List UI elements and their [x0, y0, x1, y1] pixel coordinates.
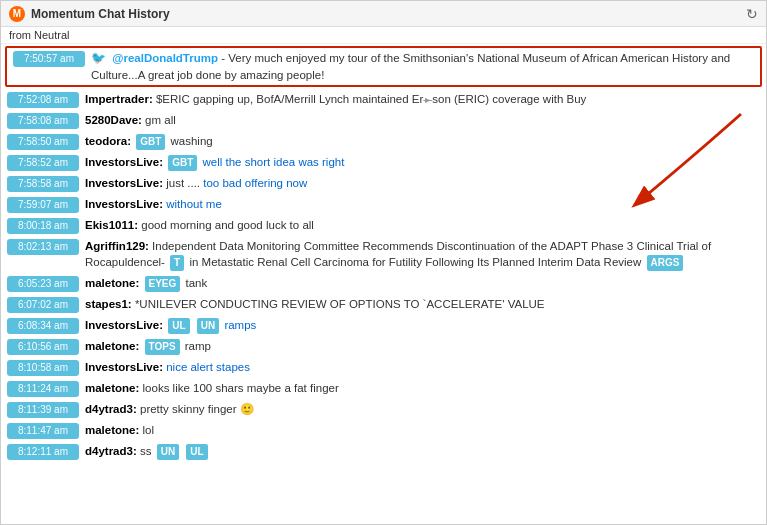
timestamp: 6:08:34 am [7, 318, 79, 334]
message-content: d4ytrad3: ss UN UL [85, 443, 760, 460]
chat-row: 8:00:18 am Ekis1011: good morning and go… [1, 215, 766, 236]
timestamp: 7:58:08 am [7, 113, 79, 129]
chat-row: 8:11:24 am maletone: looks like 100 shar… [1, 378, 766, 399]
title-bar: M Momentum Chat History ↻ [1, 1, 766, 27]
message-content: d4ytrad3: pretty skinny finger 🙂 [85, 401, 760, 417]
message-content: InvestorsLive: nice alert stapes [85, 359, 760, 375]
sender: teodora: [85, 135, 131, 147]
from-neutral-label: from Neutral [1, 27, 766, 44]
message-content: maletone: lol [85, 422, 760, 438]
message-text: tank [186, 277, 208, 289]
title-bar-left: M Momentum Chat History [9, 6, 170, 22]
chat-row: 7:58:08 am 5280Dave: gm all [1, 110, 766, 131]
twitter-handle: @realDonaldTrump [112, 52, 218, 64]
ticker-tag: ARGS [647, 255, 684, 271]
timestamp: 8:11:39 am [7, 402, 79, 418]
app-window: M Momentum Chat History ↻ from Neutral 7… [0, 0, 767, 525]
timestamp: 8:11:24 am [7, 381, 79, 397]
timestamp: 8:10:58 am [7, 360, 79, 376]
message-content: InvestorsLive: just .... too bad offerin… [85, 175, 760, 191]
message-content: teodora: GBT washing [85, 133, 760, 150]
chat-row: 7:58:50 am teodora: GBT washing [1, 131, 766, 152]
message-content: 5280Dave: gm all [85, 112, 760, 128]
timestamp: 7:50:57 am [13, 51, 85, 67]
refresh-icon[interactable]: ↻ [746, 6, 758, 22]
app-icon: M [9, 6, 25, 22]
message-text: washing [171, 135, 213, 147]
sender: InvestorsLive: [85, 319, 163, 331]
chat-area: 7:50:57 am 🐦 @realDonaldTrump - Very muc… [1, 44, 766, 524]
message-content: Ekis1011: good morning and good luck to … [85, 217, 760, 233]
sender: maletone: [85, 382, 139, 394]
timestamp: 8:02:13 am [7, 239, 79, 255]
chat-row: 6:08:34 am InvestorsLive: UL UN ramps [1, 315, 766, 336]
message-text: *UNILEVER CONDUCTING REVIEW OF OPTIONS T… [135, 298, 545, 310]
message-link[interactable]: too bad offering now [203, 177, 307, 189]
ticker-tag: UL [168, 318, 189, 334]
ticker-tag: UL [186, 444, 207, 460]
sender: InvestorsLive: [85, 361, 163, 373]
message-link[interactable]: without me [166, 198, 222, 210]
sender: InvestorsLive: [85, 177, 163, 189]
timestamp: 8:12:11 am [7, 444, 79, 460]
timestamp: 7:58:50 am [7, 134, 79, 150]
chat-container[interactable]: 7:50:57 am 🐦 @realDonaldTrump - Very muc… [1, 44, 766, 524]
sender: maletone: [85, 424, 139, 436]
chat-row: 7:52:08 am Impertrader: $ERIC gapping up… [1, 89, 766, 110]
sender: 5280Dave: [85, 114, 142, 126]
timestamp: 6:05:23 am [7, 276, 79, 292]
timestamp: 8:11:47 am [7, 423, 79, 439]
message-content: InvestorsLive: without me [85, 196, 760, 212]
window-title: Momentum Chat History [31, 7, 170, 21]
timestamp: 8:00:18 am [7, 218, 79, 234]
message-content: Agriffin129: Independent Data Monitoring… [85, 238, 760, 271]
message-text: ss [140, 445, 155, 457]
sender: stapes1: [85, 298, 132, 310]
ticker-tag: GBT [168, 155, 197, 171]
sender: Impertrader: [85, 93, 153, 105]
chat-row: 6:07:02 am stapes1: *UNILEVER CONDUCTING… [1, 294, 766, 315]
message-text: just .... [166, 177, 203, 189]
chat-row: 8:12:11 am d4ytrad3: ss UN UL [1, 441, 766, 462]
message-content: maletone: EYEG tank [85, 275, 760, 292]
message-text: looks like 100 shars maybe a fat finger [143, 382, 339, 394]
chat-row: 6:10:56 am maletone: TOPS ramp [1, 336, 766, 357]
message-link[interactable]: ramps [224, 319, 256, 331]
sender: maletone: [85, 277, 139, 289]
chat-row: 7:59:07 am InvestorsLive: without me [1, 194, 766, 215]
message-text: good morning and good luck to all [141, 219, 314, 231]
chat-row: 8:11:47 am maletone: lol [1, 420, 766, 441]
message-text: $ERIC gapping up, BofA/Merrill Lynch mai… [156, 93, 586, 105]
chat-row: 8:11:39 am d4ytrad3: pretty skinny finge… [1, 399, 766, 420]
chat-row: 7:58:58 am InvestorsLive: just .... too … [1, 173, 766, 194]
timestamp: 7:52:08 am [7, 92, 79, 108]
ticker-tag: TOPS [145, 339, 180, 355]
message-content: 🐦 @realDonaldTrump - Very much enjoyed m… [91, 50, 754, 83]
message-text: pretty skinny finger [140, 403, 240, 415]
message-text: ramp [185, 340, 211, 352]
message-content: InvestorsLive: GBT well the short idea w… [85, 154, 760, 171]
message-content: Impertrader: $ERIC gapping up, BofA/Merr… [85, 91, 760, 107]
chat-row: 6:05:23 am maletone: EYEG tank [1, 273, 766, 294]
ticker-tag: UN [157, 444, 179, 460]
timestamp: 7:59:07 am [7, 197, 79, 213]
highlighted-message-wrapper: 7:50:57 am 🐦 @realDonaldTrump - Very muc… [5, 46, 762, 87]
ticker-tag: GBT [136, 134, 165, 150]
chat-row: 8:02:13 am Agriffin129: Independent Data… [1, 236, 766, 273]
message-content: maletone: TOPS ramp [85, 338, 760, 355]
smiley-icon: 🙂 [240, 403, 254, 415]
timestamp: 7:58:52 am [7, 155, 79, 171]
sender: InvestorsLive: [85, 198, 163, 210]
message-link[interactable]: well the short idea was right [203, 156, 345, 168]
timestamp: 6:07:02 am [7, 297, 79, 313]
sender: d4ytrad3: [85, 403, 137, 415]
sender: d4ytrad3: [85, 445, 137, 457]
sender: Agriffin129: [85, 240, 149, 252]
message-link[interactable]: nice alert stapes [166, 361, 250, 373]
chat-row: 7:50:57 am 🐦 @realDonaldTrump - Very muc… [7, 48, 760, 85]
sender: InvestorsLive: [85, 156, 163, 168]
chat-row: 8:10:58 am InvestorsLive: nice alert sta… [1, 357, 766, 378]
ticker-tag: UN [197, 318, 219, 334]
timestamp: 6:10:56 am [7, 339, 79, 355]
message-content: stapes1: *UNILEVER CONDUCTING REVIEW OF … [85, 296, 760, 312]
